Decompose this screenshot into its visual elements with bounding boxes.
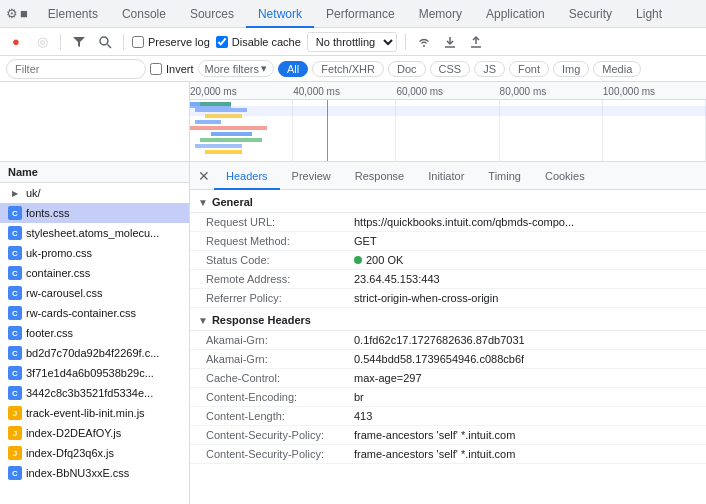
preserve-log-checkbox[interactable] <box>132 36 144 48</box>
timescale-label-1: 20,000 ms <box>190 86 237 97</box>
file-item[interactable]: C3f71e1d4a6b09538b29c... <box>0 363 189 383</box>
details-tab-bar: ✕ Headers Preview Response Initiator Tim… <box>190 162 706 190</box>
file-icon: C <box>8 266 22 280</box>
general-section-header[interactable]: ▼ General <box>190 190 706 213</box>
divider2 <box>123 34 124 50</box>
wifi-button[interactable] <box>414 32 434 52</box>
file-icon: C <box>8 206 22 220</box>
tab-memory[interactable]: Memory <box>407 0 474 28</box>
tab-sources[interactable]: Sources <box>178 0 246 28</box>
file-item[interactable]: Cfooter.css <box>0 323 189 343</box>
detail-row: Akamai-Grn:0.1fd62c17.1727682636.87db703… <box>190 331 706 350</box>
filter-input[interactable] <box>6 59 146 79</box>
detail-key: Remote Address: <box>206 273 346 285</box>
detail-row: Akamai-Grn:0.544bdd58.1739654946.c088cb6… <box>190 350 706 369</box>
file-item[interactable]: Jtrack-event-lib-init.min.js <box>0 403 189 423</box>
more-filters-button[interactable]: More filters ▾ <box>198 60 274 77</box>
svg-line-1 <box>108 44 112 48</box>
file-name: container.css <box>26 267 181 279</box>
tab-network[interactable]: Network <box>246 0 314 28</box>
filter-icon <box>72 35 86 49</box>
file-name: index-Dfq23q6x.js <box>26 447 181 459</box>
file-item[interactable]: Cfonts.css <box>0 203 189 223</box>
waterfall-bars <box>190 100 706 161</box>
file-item[interactable]: Cuk-promo.css <box>0 243 189 263</box>
response-headers-section-header[interactable]: ▼ Response Headers <box>190 308 706 331</box>
detail-tab-initiator[interactable]: Initiator <box>416 162 476 190</box>
file-item[interactable]: ▸uk/ <box>0 183 189 203</box>
detail-value: frame-ancestors 'self' *.intuit.com <box>354 448 698 460</box>
tab-elements[interactable]: Elements <box>36 0 110 28</box>
file-icon: C <box>8 466 22 480</box>
invert-label[interactable]: Invert <box>150 63 194 75</box>
file-item[interactable]: Cbd2d7c70da92b4f2269f.c... <box>0 343 189 363</box>
tab-application[interactable]: Application <box>474 0 557 28</box>
detail-key: Content-Length: <box>206 410 346 422</box>
filter-tag-css[interactable]: CSS <box>430 61 471 77</box>
detail-value: br <box>354 391 698 403</box>
filter-tag-media[interactable]: Media <box>593 61 641 77</box>
disable-cache-label[interactable]: Disable cache <box>216 36 301 48</box>
search-button[interactable] <box>95 32 115 52</box>
file-icon: ▸ <box>8 186 22 200</box>
detail-row: Content-Security-Policy:frame-ancestors … <box>190 426 706 445</box>
file-icon: J <box>8 426 22 440</box>
tab-security[interactable]: Security <box>557 0 624 28</box>
detail-value: GET <box>354 235 698 247</box>
detail-key: Content-Encoding: <box>206 391 346 403</box>
export-button[interactable] <box>466 32 486 52</box>
detail-row: Remote Address:23.64.45.153:443 <box>190 270 706 289</box>
filter-toggle-button[interactable] <box>69 32 89 52</box>
file-item[interactable]: Jindex-Dfq23q6x.js <box>0 443 189 463</box>
disable-cache-checkbox[interactable] <box>216 36 228 48</box>
filter-tag-all[interactable]: All <box>278 61 308 77</box>
filter-tag-font[interactable]: Font <box>509 61 549 77</box>
import-button[interactable] <box>440 32 460 52</box>
record-button[interactable]: ● <box>6 32 26 52</box>
chevron-down-icon: ▾ <box>261 62 267 75</box>
preserve-log-label[interactable]: Preserve log <box>132 36 210 48</box>
file-item[interactable]: Jindex-D2DEAfOY.js <box>0 423 189 443</box>
detail-value: frame-ancestors 'self' *.intuit.com <box>354 429 698 441</box>
detail-tab-response[interactable]: Response <box>343 162 417 190</box>
clear-button[interactable]: ◎ <box>32 32 52 52</box>
file-icon: J <box>8 406 22 420</box>
details-content: ▼ General Request URL:https://quickbooks… <box>190 190 706 504</box>
svg-point-0 <box>100 37 108 45</box>
file-icon: C <box>8 366 22 380</box>
invert-checkbox[interactable] <box>150 63 162 75</box>
file-list: ▸uk/Cfonts.cssCstylesheet.atoms_molecu..… <box>0 183 189 483</box>
file-item[interactable]: C3442c8c3b3521fd5334e... <box>0 383 189 403</box>
arrow-icon-2: ▼ <box>198 315 208 326</box>
tab-console[interactable]: Console <box>110 0 178 28</box>
detail-tab-preview[interactable]: Preview <box>280 162 343 190</box>
file-name: uk/ <box>26 187 181 199</box>
detail-tab-cookies[interactable]: Cookies <box>533 162 597 190</box>
arrow-icon: ▼ <box>198 197 208 208</box>
file-icon: C <box>8 246 22 260</box>
filter-tag-img[interactable]: Img <box>553 61 589 77</box>
tab-performance[interactable]: Performance <box>314 0 407 28</box>
filter-tag-js[interactable]: JS <box>474 61 505 77</box>
close-button[interactable]: ✕ <box>194 166 214 186</box>
filter-tag-fetch[interactable]: Fetch/XHR <box>312 61 384 77</box>
divider3 <box>405 34 406 50</box>
tab-lighthouse[interactable]: Light <box>624 0 674 28</box>
file-name: uk-promo.css <box>26 247 181 259</box>
filter-tag-doc[interactable]: Doc <box>388 61 426 77</box>
throttle-select[interactable]: No throttling <box>307 32 397 52</box>
file-icon: C <box>8 326 22 340</box>
file-item[interactable]: Crw-cards-container.css <box>0 303 189 323</box>
detail-row: Content-Length:413 <box>190 407 706 426</box>
file-name: rw-carousel.css <box>26 287 181 299</box>
file-name: index-BbNU3xxE.css <box>26 467 181 479</box>
file-item[interactable]: Ccontainer.css <box>0 263 189 283</box>
detail-tab-timing[interactable]: Timing <box>476 162 533 190</box>
detail-key: Content-Security-Policy: <box>206 429 346 441</box>
detail-key: Akamai-Grn: <box>206 353 346 365</box>
file-item[interactable]: Cindex-BbNU3xxE.css <box>0 463 189 483</box>
file-item[interactable]: Cstylesheet.atoms_molecu... <box>0 223 189 243</box>
detail-row: Content-Encoding:br <box>190 388 706 407</box>
file-item[interactable]: Crw-carousel.css <box>0 283 189 303</box>
detail-tab-headers[interactable]: Headers <box>214 162 280 190</box>
